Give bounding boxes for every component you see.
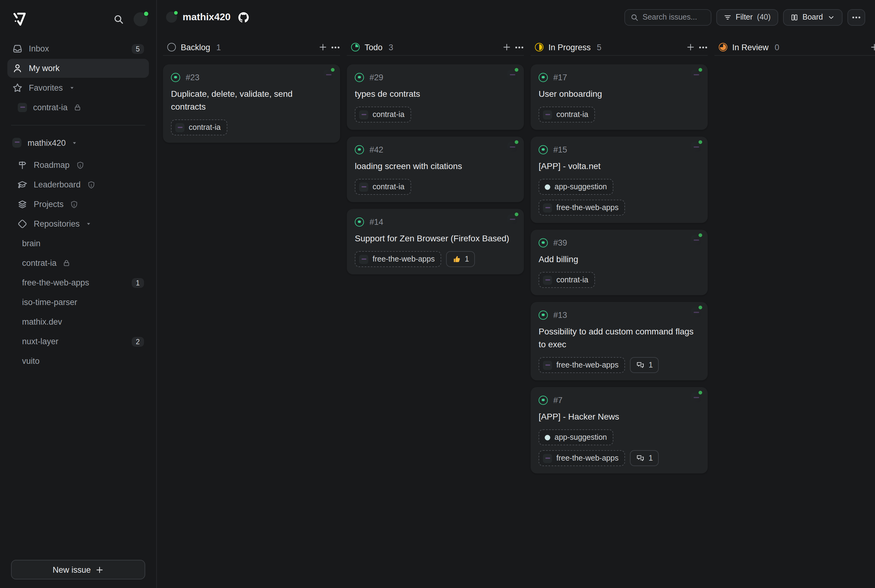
issue-number: #17 (553, 73, 567, 82)
online-dot (698, 140, 703, 144)
label-color-dot (545, 435, 550, 440)
add-issue-icon[interactable] (503, 43, 511, 51)
comments-badge[interactable]: 1 (630, 357, 659, 373)
sidebar-repo-nuxt-layer[interactable]: nuxt-layer 2 (8, 332, 149, 351)
issue-card-42[interactable]: #42 loading screen with citations contra… (347, 136, 524, 202)
repo-label[interactable]: contrat-ia (355, 179, 411, 195)
search-issues-box[interactable] (624, 9, 711, 26)
org-avatar[interactable] (166, 12, 177, 22)
add-issue-icon[interactable] (870, 43, 875, 51)
repo-label[interactable]: free-the-web-apps (355, 251, 441, 267)
issue-card-17[interactable]: #17 User onboarding contrat-ia (531, 64, 708, 130)
lock-icon (63, 259, 71, 267)
filter-label: Filter (735, 13, 753, 21)
issue-number: #13 (553, 310, 567, 320)
sidebar-item-inbox[interactable]: Inbox 5 (8, 39, 149, 58)
inbox-count-badge: 5 (131, 44, 144, 54)
sidebar-item-projects[interactable]: Projects (8, 195, 149, 214)
comments-icon (636, 454, 645, 462)
repo-name: nuxt-layer (22, 337, 59, 346)
issue-card-39[interactable]: #39 Add billing contrat-ia (531, 230, 708, 295)
kanban-board: Backlog 1 #23 Duplicate, delete, (157, 34, 875, 588)
column-name: Todo (365, 43, 383, 52)
issue-number: #14 (369, 217, 383, 226)
thumbs-up-reaction-badge[interactable]: 1 (446, 251, 475, 267)
repo-label[interactable]: free-the-web-apps (539, 200, 625, 216)
tag-label[interactable]: app-suggestion (539, 429, 614, 445)
assignee-avatar (507, 70, 517, 80)
issue-card-15[interactable]: #15 [APP] - volta.net app-suggestion fre… (531, 136, 708, 223)
issue-card-14[interactable]: #14 Support for Zen Browser (Firefox Bas… (347, 209, 524, 274)
sidebar-repo-vuito[interactable]: vuito (8, 352, 149, 370)
status-backlog-icon (167, 43, 176, 51)
open-issue-icon (355, 73, 364, 82)
open-issue-icon (539, 310, 548, 320)
shield-icon (76, 161, 84, 170)
sidebar-item-my-work[interactable]: My work (8, 59, 149, 78)
repo-label-text: free-the-web-apps (556, 361, 618, 369)
issue-card-13[interactable]: #13 Possibility to add custom command fl… (531, 302, 708, 380)
column-menu-icon[interactable] (702, 46, 704, 48)
tag-label[interactable]: app-suggestion (539, 179, 614, 195)
repo-label[interactable]: contrat-ia (539, 272, 595, 288)
issue-number: #23 (186, 73, 200, 82)
add-issue-icon[interactable] (319, 43, 327, 51)
sidebar-repo-brain[interactable]: brain (8, 234, 149, 253)
column-count: 1 (216, 43, 221, 52)
issue-title: Duplicate, delete, validate, send contra… (171, 88, 332, 113)
add-issue-icon[interactable] (686, 43, 695, 51)
sidebar-repo-mathix-dev[interactable]: mathix.dev (8, 312, 149, 332)
github-icon[interactable] (239, 12, 249, 22)
new-issue-button[interactable]: New issue (11, 560, 145, 579)
search-issues-input[interactable] (642, 13, 705, 21)
filter-button[interactable]: Filter (40) (716, 9, 778, 26)
assignee-avatar (507, 214, 517, 224)
column-menu-icon[interactable] (518, 46, 520, 48)
online-dot (698, 233, 703, 238)
sidebar-repo-free-the-web-apps[interactable]: free-the-web-apps 1 (8, 273, 149, 292)
chevron-down-icon (827, 13, 835, 21)
column-menu-icon[interactable] (335, 46, 336, 48)
issue-card-23[interactable]: #23 Duplicate, delete, validate, send co… (163, 64, 340, 143)
sidebar-repo-contrat-ia[interactable]: contrat-ia (8, 254, 149, 273)
issue-card-29[interactable]: #29 types de contrats contrat-ia (347, 64, 524, 130)
sidebar-item-repositories[interactable]: Repositories (8, 214, 149, 233)
reaction-count: 1 (465, 255, 469, 263)
repo-label-text: contrat-ia (372, 183, 404, 191)
repo-label[interactable]: contrat-ia (171, 119, 227, 135)
issue-card-7[interactable]: #7 [APP] - Hacker News app-suggestion fr… (531, 387, 708, 474)
comments-badge[interactable]: 1 (630, 450, 659, 466)
sidebar-item-favorites[interactable]: Favorites (8, 78, 149, 98)
online-dot (143, 11, 149, 16)
repo-label[interactable]: free-the-web-apps (539, 357, 625, 373)
star-icon (12, 82, 23, 93)
repo-label[interactable]: contrat-ia (539, 106, 595, 123)
sidebar-item-roadmap[interactable]: Roadmap (8, 156, 149, 175)
repo-label[interactable]: contrat-ia (355, 106, 411, 123)
column-header: Backlog 1 (163, 39, 340, 56)
shield-icon (87, 180, 95, 189)
repo-avatar (18, 103, 27, 112)
board-view-button[interactable]: Board (783, 9, 842, 26)
sidebar-item-leaderboard[interactable]: Leaderboard (8, 175, 149, 194)
repo-label-text: contrat-ia (189, 123, 221, 132)
app-root: Inbox 5 My work Favorites contrat-ia mat… (0, 0, 875, 588)
comments-count: 1 (648, 454, 653, 462)
user-avatar[interactable] (134, 12, 148, 26)
sidebar-favorite-contrat-ia[interactable]: contrat-ia (8, 98, 149, 117)
sidebar-org-mathix420[interactable]: mathix420 (8, 133, 149, 153)
more-options-button[interactable] (847, 9, 865, 26)
assignee-avatar (507, 142, 517, 152)
sidebar-item-label: Repositories (34, 219, 80, 228)
volta-logo[interactable] (11, 11, 28, 27)
repo-label-text: contrat-ia (372, 110, 404, 119)
graduation-cap-icon (17, 180, 28, 190)
sidebar-repo-iso-time-parser[interactable]: iso-time-parser (8, 293, 149, 312)
assignee-avatar (691, 142, 701, 152)
layers-icon (17, 199, 28, 210)
shield-icon (70, 200, 78, 208)
repo-label[interactable]: free-the-web-apps (539, 450, 625, 466)
sidebar: Inbox 5 My work Favorites contrat-ia mat… (0, 0, 157, 588)
issue-number: #39 (553, 238, 567, 247)
search-icon[interactable] (111, 12, 125, 26)
